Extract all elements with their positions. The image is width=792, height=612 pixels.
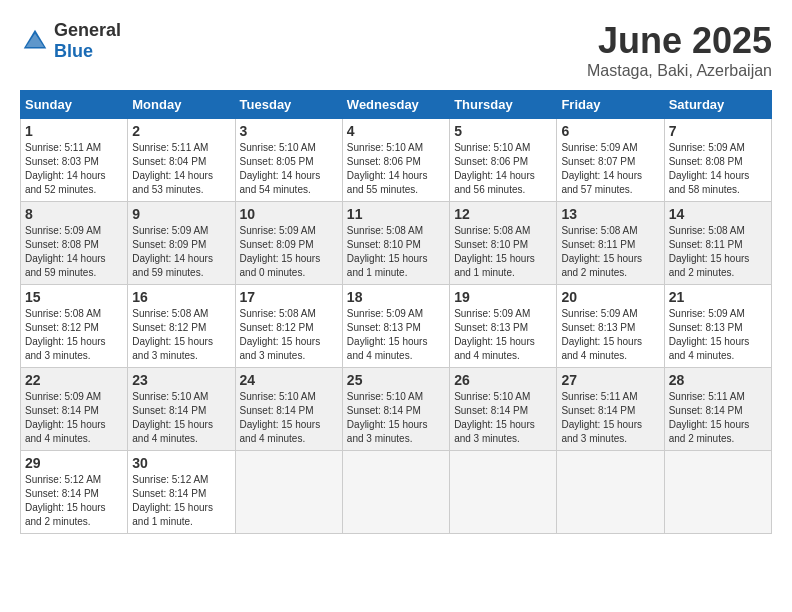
- calendar-cell: 2Sunrise: 5:11 AMSunset: 8:04 PMDaylight…: [128, 119, 235, 202]
- calendar-cell: 3Sunrise: 5:10 AMSunset: 8:05 PMDaylight…: [235, 119, 342, 202]
- day-number: 18: [347, 289, 445, 305]
- calendar-cell: 25Sunrise: 5:10 AMSunset: 8:14 PMDayligh…: [342, 368, 449, 451]
- day-number: 22: [25, 372, 123, 388]
- calendar-cell: 12Sunrise: 5:08 AMSunset: 8:10 PMDayligh…: [450, 202, 557, 285]
- day-info: Sunrise: 5:09 AMSunset: 8:09 PMDaylight:…: [132, 224, 230, 280]
- day-info: Sunrise: 5:10 AMSunset: 8:06 PMDaylight:…: [454, 141, 552, 197]
- day-info: Sunrise: 5:08 AMSunset: 8:12 PMDaylight:…: [132, 307, 230, 363]
- calendar-cell: 24Sunrise: 5:10 AMSunset: 8:14 PMDayligh…: [235, 368, 342, 451]
- day-info: Sunrise: 5:09 AMSunset: 8:07 PMDaylight:…: [561, 141, 659, 197]
- day-number: 8: [25, 206, 123, 222]
- calendar-cell: [235, 451, 342, 534]
- day-number: 24: [240, 372, 338, 388]
- day-number: 26: [454, 372, 552, 388]
- weekday-header-friday: Friday: [557, 91, 664, 119]
- logo: General Blue: [20, 20, 121, 62]
- week-row-4: 22Sunrise: 5:09 AMSunset: 8:14 PMDayligh…: [21, 368, 772, 451]
- logo-icon: [20, 26, 50, 56]
- day-number: 27: [561, 372, 659, 388]
- day-info: Sunrise: 5:11 AMSunset: 8:14 PMDaylight:…: [561, 390, 659, 446]
- calendar-table: SundayMondayTuesdayWednesdayThursdayFrid…: [20, 90, 772, 534]
- calendar-cell: 14Sunrise: 5:08 AMSunset: 8:11 PMDayligh…: [664, 202, 771, 285]
- day-number: 30: [132, 455, 230, 471]
- weekday-header-wednesday: Wednesday: [342, 91, 449, 119]
- day-info: Sunrise: 5:08 AMSunset: 8:12 PMDaylight:…: [240, 307, 338, 363]
- calendar-cell: 10Sunrise: 5:09 AMSunset: 8:09 PMDayligh…: [235, 202, 342, 285]
- day-number: 3: [240, 123, 338, 139]
- day-number: 17: [240, 289, 338, 305]
- calendar-cell: [557, 451, 664, 534]
- day-info: Sunrise: 5:09 AMSunset: 8:14 PMDaylight:…: [25, 390, 123, 446]
- day-number: 4: [347, 123, 445, 139]
- calendar-cell: 21Sunrise: 5:09 AMSunset: 8:13 PMDayligh…: [664, 285, 771, 368]
- calendar-cell: 28Sunrise: 5:11 AMSunset: 8:14 PMDayligh…: [664, 368, 771, 451]
- week-row-2: 8Sunrise: 5:09 AMSunset: 8:08 PMDaylight…: [21, 202, 772, 285]
- calendar-cell: [450, 451, 557, 534]
- calendar-cell: 23Sunrise: 5:10 AMSunset: 8:14 PMDayligh…: [128, 368, 235, 451]
- day-info: Sunrise: 5:09 AMSunset: 8:08 PMDaylight:…: [669, 141, 767, 197]
- day-number: 19: [454, 289, 552, 305]
- week-row-1: 1Sunrise: 5:11 AMSunset: 8:03 PMDaylight…: [21, 119, 772, 202]
- day-info: Sunrise: 5:09 AMSunset: 8:13 PMDaylight:…: [347, 307, 445, 363]
- day-info: Sunrise: 5:09 AMSunset: 8:13 PMDaylight:…: [561, 307, 659, 363]
- weekday-header-sunday: Sunday: [21, 91, 128, 119]
- calendar-cell: 27Sunrise: 5:11 AMSunset: 8:14 PMDayligh…: [557, 368, 664, 451]
- calendar-cell: 13Sunrise: 5:08 AMSunset: 8:11 PMDayligh…: [557, 202, 664, 285]
- day-info: Sunrise: 5:08 AMSunset: 8:10 PMDaylight:…: [454, 224, 552, 280]
- day-number: 16: [132, 289, 230, 305]
- calendar-cell: 8Sunrise: 5:09 AMSunset: 8:08 PMDaylight…: [21, 202, 128, 285]
- calendar-cell: [342, 451, 449, 534]
- weekday-header-saturday: Saturday: [664, 91, 771, 119]
- logo-text-blue: Blue: [54, 41, 93, 61]
- title-block: June 2025 Mastaga, Baki, Azerbaijan: [587, 20, 772, 80]
- day-number: 6: [561, 123, 659, 139]
- day-info: Sunrise: 5:09 AMSunset: 8:13 PMDaylight:…: [454, 307, 552, 363]
- calendar-cell: [664, 451, 771, 534]
- day-number: 25: [347, 372, 445, 388]
- week-row-3: 15Sunrise: 5:08 AMSunset: 8:12 PMDayligh…: [21, 285, 772, 368]
- day-info: Sunrise: 5:09 AMSunset: 8:09 PMDaylight:…: [240, 224, 338, 280]
- day-info: Sunrise: 5:11 AMSunset: 8:04 PMDaylight:…: [132, 141, 230, 197]
- day-info: Sunrise: 5:08 AMSunset: 8:11 PMDaylight:…: [669, 224, 767, 280]
- day-info: Sunrise: 5:08 AMSunset: 8:12 PMDaylight:…: [25, 307, 123, 363]
- day-info: Sunrise: 5:08 AMSunset: 8:11 PMDaylight:…: [561, 224, 659, 280]
- day-info: Sunrise: 5:10 AMSunset: 8:06 PMDaylight:…: [347, 141, 445, 197]
- calendar-cell: 19Sunrise: 5:09 AMSunset: 8:13 PMDayligh…: [450, 285, 557, 368]
- day-info: Sunrise: 5:09 AMSunset: 8:08 PMDaylight:…: [25, 224, 123, 280]
- day-info: Sunrise: 5:09 AMSunset: 8:13 PMDaylight:…: [669, 307, 767, 363]
- calendar-cell: 30Sunrise: 5:12 AMSunset: 8:14 PMDayligh…: [128, 451, 235, 534]
- day-info: Sunrise: 5:10 AMSunset: 8:14 PMDaylight:…: [347, 390, 445, 446]
- day-number: 7: [669, 123, 767, 139]
- calendar-cell: 7Sunrise: 5:09 AMSunset: 8:08 PMDaylight…: [664, 119, 771, 202]
- day-info: Sunrise: 5:12 AMSunset: 8:14 PMDaylight:…: [25, 473, 123, 529]
- day-number: 28: [669, 372, 767, 388]
- month-title: June 2025: [587, 20, 772, 62]
- day-info: Sunrise: 5:10 AMSunset: 8:14 PMDaylight:…: [240, 390, 338, 446]
- day-number: 20: [561, 289, 659, 305]
- day-number: 21: [669, 289, 767, 305]
- week-row-5: 29Sunrise: 5:12 AMSunset: 8:14 PMDayligh…: [21, 451, 772, 534]
- day-number: 1: [25, 123, 123, 139]
- day-info: Sunrise: 5:11 AMSunset: 8:03 PMDaylight:…: [25, 141, 123, 197]
- logo-text-general: General: [54, 20, 121, 40]
- day-number: 29: [25, 455, 123, 471]
- calendar-cell: 6Sunrise: 5:09 AMSunset: 8:07 PMDaylight…: [557, 119, 664, 202]
- day-number: 11: [347, 206, 445, 222]
- weekday-header-monday: Monday: [128, 91, 235, 119]
- calendar-cell: 20Sunrise: 5:09 AMSunset: 8:13 PMDayligh…: [557, 285, 664, 368]
- day-number: 9: [132, 206, 230, 222]
- weekday-header-tuesday: Tuesday: [235, 91, 342, 119]
- day-info: Sunrise: 5:10 AMSunset: 8:14 PMDaylight:…: [454, 390, 552, 446]
- day-number: 13: [561, 206, 659, 222]
- calendar-cell: 26Sunrise: 5:10 AMSunset: 8:14 PMDayligh…: [450, 368, 557, 451]
- day-number: 5: [454, 123, 552, 139]
- calendar-cell: 16Sunrise: 5:08 AMSunset: 8:12 PMDayligh…: [128, 285, 235, 368]
- day-info: Sunrise: 5:10 AMSunset: 8:14 PMDaylight:…: [132, 390, 230, 446]
- calendar-cell: 9Sunrise: 5:09 AMSunset: 8:09 PMDaylight…: [128, 202, 235, 285]
- day-info: Sunrise: 5:08 AMSunset: 8:10 PMDaylight:…: [347, 224, 445, 280]
- header: General Blue June 2025 Mastaga, Baki, Az…: [20, 20, 772, 80]
- calendar-cell: 17Sunrise: 5:08 AMSunset: 8:12 PMDayligh…: [235, 285, 342, 368]
- day-number: 12: [454, 206, 552, 222]
- day-number: 23: [132, 372, 230, 388]
- calendar-cell: 18Sunrise: 5:09 AMSunset: 8:13 PMDayligh…: [342, 285, 449, 368]
